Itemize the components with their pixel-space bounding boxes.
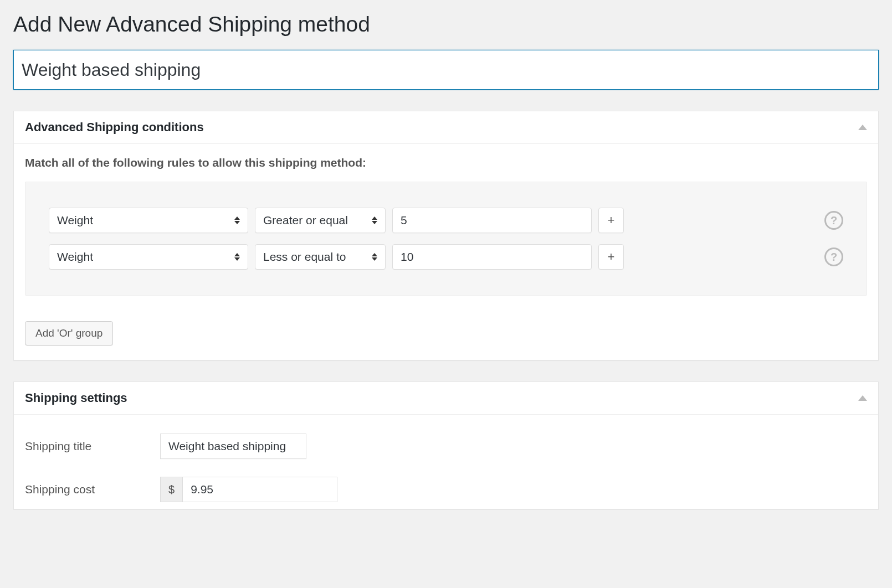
condition-type-value: Weight bbox=[57, 250, 93, 264]
svg-marker-3 bbox=[372, 216, 377, 220]
svg-marker-4 bbox=[372, 221, 377, 224]
conditions-panel-header[interactable]: Advanced Shipping conditions bbox=[14, 111, 878, 144]
shipping-cost-row: Shipping cost $ bbox=[25, 466, 867, 509]
shipping-settings-panel-header[interactable]: Shipping settings bbox=[14, 382, 878, 415]
svg-marker-8 bbox=[372, 257, 377, 261]
help-icon[interactable]: ? bbox=[824, 247, 843, 266]
conditions-panel: Advanced Shipping conditions Match all o… bbox=[13, 111, 879, 360]
conditions-group: Weight Greater or equal bbox=[25, 182, 867, 296]
svg-marker-1 bbox=[234, 216, 240, 220]
svg-marker-7 bbox=[372, 253, 377, 256]
page-title: Add New Advanced Shipping method bbox=[13, 12, 879, 37]
currency-prefix: $ bbox=[160, 477, 182, 502]
condition-operator-value: Less or equal to bbox=[263, 250, 346, 264]
shipping-settings-heading: Shipping settings bbox=[25, 391, 127, 405]
select-arrows-icon bbox=[234, 216, 240, 224]
shipping-method-name-input[interactable] bbox=[13, 50, 879, 90]
condition-value-input[interactable] bbox=[392, 244, 592, 270]
shipping-title-label: Shipping title bbox=[25, 440, 160, 453]
shipping-cost-input[interactable] bbox=[182, 477, 337, 502]
shipping-title-input[interactable] bbox=[160, 434, 306, 459]
add-condition-button[interactable]: + bbox=[598, 208, 624, 233]
svg-marker-0 bbox=[858, 125, 867, 130]
svg-marker-6 bbox=[234, 257, 240, 261]
select-arrows-icon bbox=[234, 253, 240, 261]
condition-value-input[interactable] bbox=[392, 208, 592, 233]
svg-marker-5 bbox=[234, 253, 240, 256]
condition-type-select[interactable]: Weight bbox=[49, 244, 248, 270]
svg-marker-2 bbox=[234, 221, 240, 224]
condition-row: Weight Less or equal to bbox=[49, 244, 843, 270]
chevron-up-icon[interactable] bbox=[858, 395, 867, 401]
condition-type-select[interactable]: Weight bbox=[49, 208, 248, 233]
condition-operator-select[interactable]: Less or equal to bbox=[255, 244, 386, 270]
svg-marker-9 bbox=[858, 395, 867, 401]
condition-operator-select[interactable]: Greater or equal bbox=[255, 208, 386, 233]
conditions-instruction: Match all of the following rules to allo… bbox=[25, 156, 867, 169]
shipping-cost-label: Shipping cost bbox=[25, 483, 160, 496]
conditions-panel-heading: Advanced Shipping conditions bbox=[25, 120, 204, 135]
shipping-title-row: Shipping title bbox=[25, 427, 867, 466]
add-or-group-button[interactable]: Add 'Or' group bbox=[25, 321, 113, 345]
select-arrows-icon bbox=[372, 253, 377, 261]
condition-operator-value: Greater or equal bbox=[263, 214, 348, 227]
shipping-settings-panel: Shipping settings Shipping title Shippin… bbox=[13, 381, 879, 509]
add-condition-button[interactable]: + bbox=[598, 244, 624, 270]
condition-row: Weight Greater or equal bbox=[49, 208, 843, 233]
help-icon[interactable]: ? bbox=[824, 211, 843, 230]
select-arrows-icon bbox=[372, 216, 377, 224]
condition-type-value: Weight bbox=[57, 214, 93, 227]
shipping-cost-input-group: $ bbox=[160, 477, 337, 502]
chevron-up-icon[interactable] bbox=[858, 125, 867, 130]
